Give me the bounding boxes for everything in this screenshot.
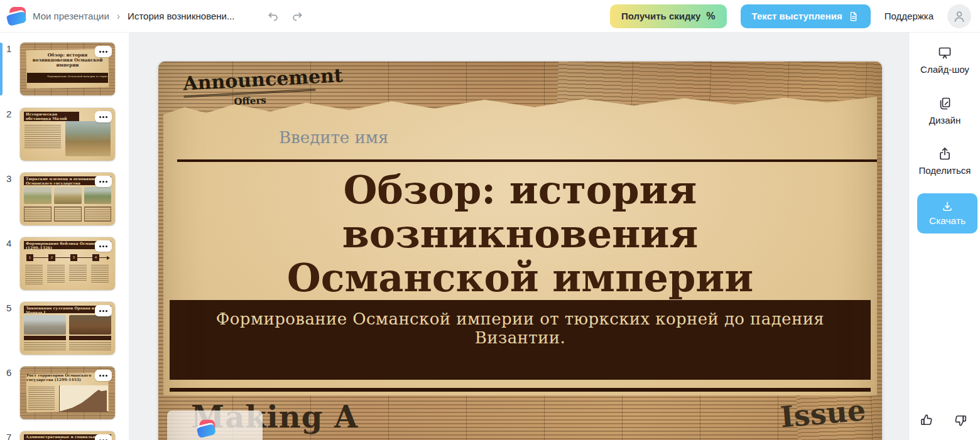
slide-thumb-row-3: 3 Тюркские племена и основание Османског… bbox=[0, 173, 129, 225]
thumb2-photo bbox=[65, 121, 111, 156]
slide-thumbnail-5[interactable]: Завоевания султанов Орхана и Мурада I bbox=[20, 302, 115, 355]
share-arrow-icon bbox=[937, 146, 952, 161]
percent-icon: % bbox=[706, 11, 715, 22]
slide-number: 1 bbox=[6, 43, 11, 54]
design-label: Дизайн bbox=[909, 115, 980, 126]
slide-thumb-row-7: 7 Административные и социальные системы … bbox=[0, 431, 129, 440]
slide-name-input[interactable]: Введите имя bbox=[279, 128, 388, 147]
thumb3-photo-1 bbox=[24, 187, 52, 204]
presentation-screen-icon bbox=[937, 45, 952, 60]
thumb3-photo-2 bbox=[54, 187, 82, 204]
topbar-right: Получить скидку % Текст выступления Подд… bbox=[610, 4, 980, 28]
slide-number: 3 bbox=[6, 173, 11, 184]
thumb2-body-text bbox=[24, 125, 61, 149]
speech-text-button[interactable]: Текст выступления bbox=[741, 4, 871, 28]
undo-arrow-icon bbox=[266, 9, 280, 23]
redo-arrow-icon bbox=[291, 9, 305, 23]
thumb4-timeline-arrow bbox=[107, 256, 110, 260]
thumb3-textbox-2 bbox=[54, 207, 82, 222]
slideshow-button[interactable]: Слайд-шоу bbox=[909, 45, 980, 75]
app-logo-icon[interactable] bbox=[8, 7, 26, 26]
support-link[interactable]: Поддержка bbox=[885, 11, 934, 21]
thumb6-chart-area bbox=[61, 388, 107, 411]
slide-canvas[interactable]: Announcement Offers Введите имя Обзор: и… bbox=[158, 62, 882, 440]
thumb4-text-4 bbox=[91, 265, 109, 284]
slide-title-line-3: Османской империи bbox=[158, 256, 882, 300]
slide-thumb-row-1: 1 Обзор: история возникновения Османской… bbox=[0, 43, 129, 95]
get-discount-button[interactable]: Получить скидку % bbox=[610, 4, 727, 28]
slide-thumbnail-3[interactable]: Тюркские племена и основание Османского … bbox=[20, 173, 115, 225]
slide-number: 6 bbox=[6, 367, 11, 378]
get-discount-label: Получить скидку bbox=[621, 11, 700, 21]
thumbnail-menu-button[interactable] bbox=[95, 46, 112, 57]
redo-button[interactable] bbox=[291, 9, 305, 23]
share-button[interactable]: Поделиться bbox=[909, 146, 980, 176]
thumb5-photo-1 bbox=[24, 315, 66, 335]
topbar: Мои презентации › История возникновени..… bbox=[0, 0, 980, 33]
slide-thumbnail-7[interactable]: Административные и социальные системы ра… bbox=[20, 431, 115, 440]
design-pages-icon bbox=[937, 96, 952, 111]
slide-thumbnail-1[interactable]: Обзор: история возникновения Османской и… bbox=[20, 43, 115, 95]
slide-thumb-row-4: 4 Формирование бейлика Османа I (1299–13… bbox=[0, 237, 129, 290]
selected-slide-indicator bbox=[0, 43, 3, 95]
thumb4-step-4: 4 bbox=[92, 254, 99, 261]
thumb4-text-3 bbox=[69, 265, 87, 281]
app-body: 1 Обзор: история возникновения Османской… bbox=[0, 33, 980, 440]
chevron-right-icon: › bbox=[116, 11, 121, 22]
thumb2-title: Историческая обстановка Малой Азии в XII… bbox=[24, 112, 79, 121]
slide-number: 2 bbox=[6, 109, 11, 119]
thumbs-down-icon bbox=[954, 413, 968, 427]
thumb3-textbox-1 bbox=[24, 207, 52, 222]
slide-number: 4 bbox=[6, 238, 11, 249]
slide-thumbnail-2[interactable]: Историческая обстановка Малой Азии в XII… bbox=[20, 108, 115, 161]
thumb1-band: Формирование Османской империи от тюркск… bbox=[27, 73, 108, 83]
thumb5-photo-2 bbox=[69, 315, 111, 335]
breadcrumb-root[interactable]: Мои презентации bbox=[33, 11, 109, 21]
slide-thumbnail-6[interactable]: Рост территории Османского государства (… bbox=[20, 367, 115, 419]
slide-subtitle-textbox[interactable]: Формирование Османской империи от тюркск… bbox=[170, 309, 871, 347]
share-label: Поделиться bbox=[909, 165, 980, 176]
thumb5-caption-1 bbox=[24, 336, 66, 340]
newspaper-headline: Announcement Offers bbox=[183, 66, 317, 110]
slide-number: 7 bbox=[6, 432, 11, 440]
thumbnail-menu-button[interactable] bbox=[95, 111, 112, 122]
thumb4-step-1: 1 bbox=[26, 254, 33, 261]
app-watermark bbox=[167, 410, 263, 440]
slide-number: 5 bbox=[6, 303, 11, 313]
download-button[interactable]: Скачать bbox=[917, 193, 977, 233]
thumbnail-menu-button[interactable] bbox=[95, 370, 112, 381]
download-label: Скачать bbox=[929, 215, 966, 227]
document-title[interactable]: История возникновени... bbox=[128, 11, 234, 21]
design-button[interactable]: Дизайн bbox=[909, 96, 980, 126]
slide-title-line-2: возникновения bbox=[158, 212, 882, 256]
thumb4-step-2: 2 bbox=[48, 254, 55, 261]
slide-title-line-1: Обзор: история bbox=[158, 168, 882, 212]
editor-canvas: Announcement Offers Введите имя Обзор: и… bbox=[129, 33, 908, 440]
speech-text-label: Текст выступления bbox=[752, 11, 842, 21]
thumb4-step-3: 3 bbox=[70, 254, 77, 261]
download-icon bbox=[941, 200, 954, 213]
avatar[interactable] bbox=[947, 4, 971, 28]
like-button[interactable] bbox=[919, 413, 934, 427]
thumb3-textbox-3 bbox=[84, 207, 111, 222]
slideshow-label: Слайд-шоу bbox=[909, 64, 980, 75]
thumb6-body-text bbox=[28, 387, 55, 410]
thumbnail-menu-button[interactable] bbox=[95, 176, 112, 187]
slide-title-textbox[interactable]: Обзор: история возникновения Османской и… bbox=[158, 168, 882, 300]
slide-thumb-row-5: 5 Завоевания султанов Орхана и Мурада I bbox=[0, 302, 129, 355]
topbar-left: Мои презентации › История возникновени..… bbox=[0, 7, 305, 26]
slide-thumbnail-4[interactable]: Формирование бейлика Османа I (1299–1326… bbox=[20, 237, 115, 290]
thumbnail-menu-button[interactable] bbox=[95, 305, 112, 316]
thumbnail-menu-button[interactable] bbox=[95, 240, 112, 252]
undo-button[interactable] bbox=[266, 9, 280, 23]
dislike-button[interactable] bbox=[954, 413, 968, 427]
divider-line-bottom bbox=[170, 388, 871, 392]
slide-thumb-row-6: 6 Рост территории Османского государства… bbox=[0, 367, 129, 419]
person-icon bbox=[952, 9, 967, 24]
thumbs-up-icon bbox=[919, 413, 934, 427]
thumbnail-menu-button[interactable] bbox=[95, 434, 112, 440]
slide-thumb-row-2: 2 Историческая обстановка Малой Азии в X… bbox=[0, 108, 129, 161]
thumb5-caption-2 bbox=[69, 336, 111, 340]
thumb1-subtitle: Формирование Османской империи от тюркск… bbox=[47, 75, 88, 78]
subtitle-band: Формирование Османской империи от тюркск… bbox=[170, 300, 871, 380]
